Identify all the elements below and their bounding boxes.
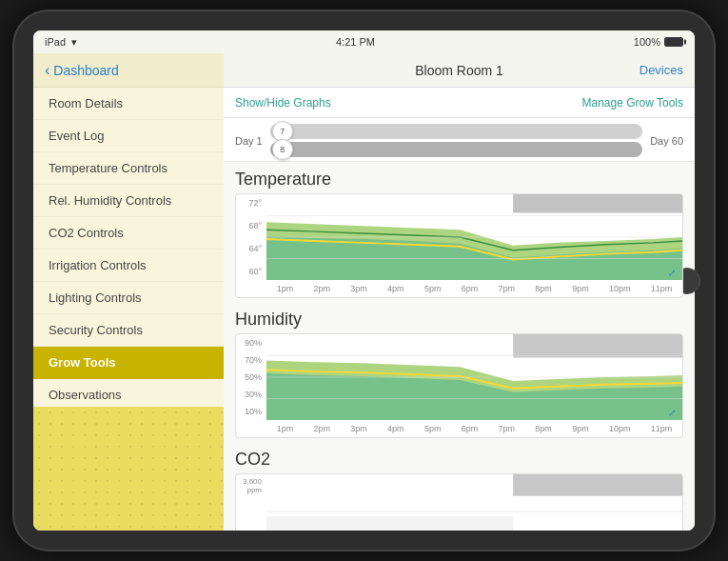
hum-x-4: 4pm: [387, 424, 404, 433]
hum-x-5: 5pm: [424, 424, 442, 433]
temp-y-label-2: 68°: [238, 221, 265, 230]
day-end-label: Day 60: [650, 135, 683, 147]
temperature-svg: ⤢: [266, 194, 682, 280]
co2-chart-section: CO2 3,600ppm 2,800: [235, 450, 683, 531]
main-content: ‹ Dashboard Room DetailsEvent LogTempera…: [33, 53, 695, 531]
day-range-slider[interactable]: 7 8: [270, 124, 642, 157]
back-arrow-icon: ‹: [45, 62, 49, 79]
temp-x-1: 1pm: [277, 284, 294, 293]
hum-x-11: 11pm: [651, 424, 673, 433]
svg-text:⤢: ⤢: [668, 408, 676, 418]
day-slider-area: Day 1 7 8 Day 60: [224, 118, 695, 162]
status-left: iPad ▾: [45, 36, 77, 49]
right-panel: Bloom Room 1 Devices Show/Hide Graphs Ma…: [224, 53, 695, 531]
battery-icon: [664, 37, 683, 47]
sidebar-item-grow-tools[interactable]: Grow Tools: [33, 347, 224, 379]
temp-x-8: 8pm: [535, 284, 552, 293]
humidity-plot: ⤢: [266, 334, 682, 420]
svg-marker-0: [266, 194, 682, 213]
humidity-chart: 90% 70% 50% 30% 10%: [235, 333, 683, 438]
temp-y-label-3: 64°: [238, 244, 265, 253]
status-right: 100%: [634, 36, 683, 48]
right-header: Bloom Room 1 Devices: [224, 53, 695, 88]
co2-y-labels: 3,600ppm 2,800: [236, 474, 266, 531]
humidity-svg: ⤢: [266, 334, 682, 420]
svg-marker-14: [266, 474, 682, 496]
humidity-y-labels: 90% 70% 50% 30% 10%: [236, 334, 266, 420]
co2-chart-title: CO2: [235, 450, 683, 470]
manage-grow-tools-button[interactable]: Manage Grow Tools: [582, 96, 684, 110]
hum-y-3: 50%: [238, 372, 265, 382]
temp-x-10: 10pm: [609, 284, 631, 293]
sidebar-header[interactable]: ‹ Dashboard: [33, 53, 224, 88]
action-bar: Show/Hide Graphs Manage Grow Tools: [224, 88, 695, 118]
sidebar-item-temperature-controls[interactable]: Temperature Controls: [33, 152, 224, 185]
status-bar: iPad ▾ 4:21 PM 100%: [33, 30, 695, 53]
slider-track-2: 8: [270, 142, 642, 157]
co2-plot: [266, 474, 682, 531]
battery-fill: [665, 38, 682, 46]
hum-x-1: 1pm: [277, 424, 294, 433]
tablet-frame: iPad ▾ 4:21 PM 100% ‹ Dashboard: [14, 11, 714, 550]
temp-x-4: 4pm: [387, 284, 404, 293]
status-time: 4:21 PM: [336, 36, 375, 48]
hum-x-6: 6pm: [462, 424, 479, 433]
hum-x-8: 8pm: [535, 424, 552, 433]
hum-y-4: 30%: [238, 390, 265, 399]
temperature-plot: ⤢: [266, 194, 682, 280]
slider-thumb-1-value: 7: [280, 127, 285, 136]
slider-thumb-2[interactable]: 8: [272, 139, 293, 160]
slider-thumb-2-value: 8: [280, 145, 285, 154]
temp-x-labels: 1pm 2pm 3pm 4pm 5pm 6pm 7pm 8pm 9pm 10pm: [266, 280, 682, 297]
temp-y-labels: 72° 68° 64° 60°: [236, 194, 266, 280]
hum-y-1: 90%: [238, 338, 265, 348]
temp-x-6: 6pm: [462, 284, 479, 293]
hum-x-labels: 1pm 2pm 3pm 4pm 5pm 6pm 7pm 8pm 9pm 10pm: [266, 420, 682, 437]
hum-x-10: 10pm: [609, 424, 631, 433]
temp-x-3: 3pm: [350, 284, 367, 293]
temp-x-2: 2pm: [313, 284, 330, 293]
sidebar-item-room-details[interactable]: Room Details: [33, 88, 224, 120]
temp-x-11: 11pm: [651, 284, 673, 293]
svg-marker-7: [266, 334, 682, 357]
co2-y-1: 3,600ppm: [238, 478, 265, 495]
devices-link[interactable]: Devices: [639, 63, 683, 77]
hum-y-5: 10%: [238, 407, 265, 416]
screen: iPad ▾ 4:21 PM 100% ‹ Dashboard: [33, 30, 695, 531]
sidebar-item-irrigation-controls[interactable]: Irrigation Controls: [33, 250, 224, 282]
hum-y-2: 70%: [238, 355, 265, 365]
sidebar-item-co2-controls[interactable]: CO2 Controls: [33, 217, 224, 250]
sidebar-item-lighting-controls[interactable]: Lighting Controls: [33, 282, 224, 314]
battery-percent: 100%: [634, 36, 660, 48]
humidity-chart-section: Humidity 90% 70% 50% 30% 10%: [235, 310, 683, 438]
sidebar-item-event-log[interactable]: Event Log: [33, 120, 224, 152]
sidebar-honeycomb-decoration: [33, 407, 224, 531]
temp-x-9: 9pm: [572, 284, 589, 293]
sidebar-item-rel-humidity-controls[interactable]: Rel. Humidity Controls: [33, 185, 224, 217]
charts-area: Temperature 72° 68° 64° 60°: [224, 162, 695, 531]
co2-chart: 3,600ppm 2,800: [235, 473, 683, 531]
svg-marker-15: [266, 516, 513, 531]
hum-x-7: 7pm: [499, 424, 516, 433]
wifi-icon: ▾: [71, 36, 77, 49]
humidity-chart-title: Humidity: [235, 310, 683, 330]
sidebar-item-security-controls[interactable]: Security Controls: [33, 314, 224, 347]
hum-x-2: 2pm: [313, 424, 330, 433]
temperature-chart: 72° 68° 64° 60°: [235, 193, 683, 298]
temperature-chart-title: Temperature: [235, 170, 683, 190]
sidebar-back-label[interactable]: Dashboard: [53, 63, 119, 78]
sidebar-nav: Room DetailsEvent LogTemperature Control…: [33, 88, 224, 407]
show-hide-graphs-button[interactable]: Show/Hide Graphs: [235, 96, 331, 110]
device-label: iPad: [45, 36, 66, 48]
sidebar: ‹ Dashboard Room DetailsEvent LogTempera…: [33, 53, 224, 531]
day-start-label: Day 1: [235, 135, 263, 147]
temperature-chart-section: Temperature 72° 68° 64° 60°: [235, 170, 683, 298]
temp-y-label-1: 72°: [238, 198, 265, 208]
temp-y-label-4: 60°: [238, 267, 265, 276]
temp-x-7: 7pm: [499, 284, 516, 293]
hum-x-3: 3pm: [350, 424, 367, 433]
slider-track-1: 7: [270, 124, 642, 139]
temp-x-5: 5pm: [424, 284, 442, 293]
co2-svg: [266, 474, 682, 531]
sidebar-item-observations[interactable]: Observations: [33, 379, 224, 407]
